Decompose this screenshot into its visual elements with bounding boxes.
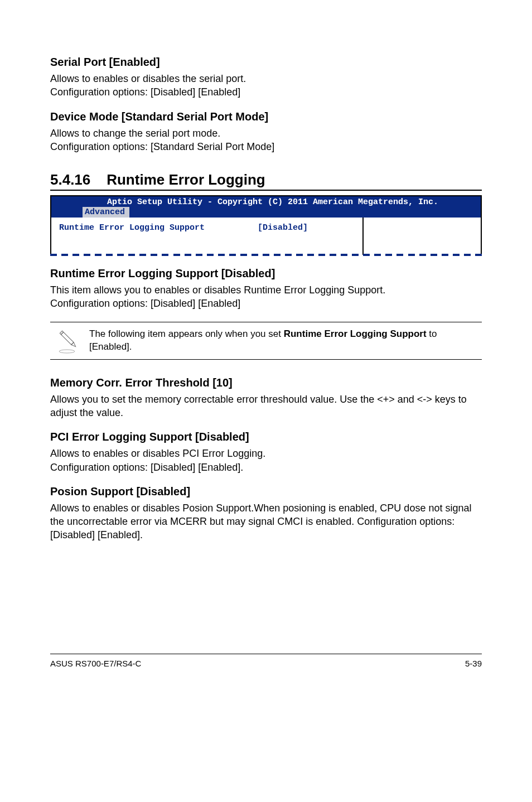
bios-setting-label: Runtime Error Logging Support [59, 223, 258, 233]
bios-body: Runtime Error Logging Support [Disabled] [51, 218, 481, 255]
text-line: Configuration options: [Disabled] [Enabl… [50, 462, 243, 473]
heading-runtime-error-logging: Runtime Error Logging Support [Disabled] [50, 267, 482, 280]
heading-serial-port: Serial Port [Enabled] [50, 56, 482, 69]
bios-titlebar: Aptio Setup Utility - Copyright (C) 2011… [51, 196, 481, 218]
heading-pci-error: PCI Error Logging Support [Disabled] [50, 431, 482, 443]
bios-tab-advanced: Advanced [83, 207, 129, 218]
section-heading: 5.4.16 Runtime Error Logging [50, 171, 482, 191]
section-title: Runtime Error Logging [107, 171, 265, 188]
text-line: Configuration options: [Disabled] [Enabl… [50, 86, 240, 98]
text-posion: Allows to enables or disables Posion Sup… [50, 501, 482, 542]
svg-point-3 [59, 350, 75, 353]
bios-right-pane [362, 218, 481, 255]
text-line: Configuration options: [Standard Serial … [50, 141, 274, 152]
bios-setting-value: [Disabled] [258, 223, 358, 233]
note-block: The following item appears only when you… [50, 322, 482, 360]
text-pci-error: Allows to enables or disables PCI Error … [50, 447, 482, 474]
note-text: The following item appears only when you… [89, 325, 482, 357]
page-container: Serial Port [Enabled] Allows to enables … [0, 0, 532, 702]
text-device-mode: Allows to change the serial port mode. C… [50, 127, 482, 154]
heading-device-mode: Device Mode [Standard Serial Port Mode] [50, 110, 482, 123]
heading-posion: Posion Support [Disabled] [50, 485, 482, 498]
text-line: Allows to change the serial port mode. [50, 128, 220, 139]
bios-copyright: Aptio Setup Utility - Copyright (C) 2011… [51, 197, 481, 207]
text-runtime-error-logging: This item allows you to enables or disab… [50, 283, 482, 311]
svg-rect-2 [60, 331, 63, 334]
text-line: Allows to enables or disables PCI Error … [50, 448, 265, 459]
footer-right: 5-39 [465, 659, 482, 668]
text-line: This item allows you to enables or disab… [50, 284, 385, 296]
text-line: Configuration options: [Disabled] [Enabl… [50, 298, 240, 309]
page-footer: ASUS RS700-E7/RS4-C 5-39 [50, 654, 482, 668]
note-prefix: The following item appears only when you… [89, 328, 284, 339]
section-number: 5.4.16 [50, 171, 90, 188]
bios-tab-row: Advanced [51, 207, 481, 218]
pencil-icon [50, 327, 89, 355]
svg-marker-1 [71, 342, 77, 348]
svg-rect-0 [61, 332, 74, 345]
text-serial-port: Allows to enables or disables the serial… [50, 72, 482, 99]
bios-screenshot: Aptio Setup Utility - Copyright (C) 2011… [50, 195, 482, 255]
text-line: Allows to enables or disables the serial… [50, 73, 246, 84]
text-memory-corr: Allows you to set the memory correctable… [50, 393, 482, 420]
footer-left: ASUS RS700-E7/RS4-C [50, 659, 141, 668]
note-bold: Runtime Error Logging Support [284, 328, 427, 339]
heading-memory-corr: Memory Corr. Error Threshold [10] [50, 376, 482, 389]
bios-left-pane: Runtime Error Logging Support [Disabled] [51, 218, 362, 255]
